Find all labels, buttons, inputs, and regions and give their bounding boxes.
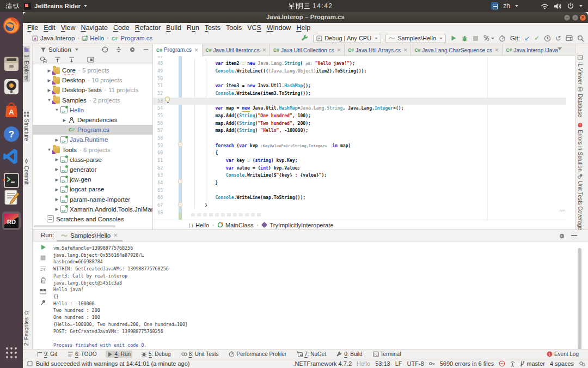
- tree-arrow-collapsed-icon[interactable]: ▶: [54, 157, 60, 162]
- nav-crumb-java-interop[interactable]: Java.Interop: [32, 35, 75, 41]
- run-console[interactable]: vm.SafeHandle=139988775768256java.lang.O…: [53, 245, 188, 349]
- tree-arrow-collapsed-icon[interactable]: ▶: [54, 187, 60, 192]
- tree-arrow-collapsed-icon[interactable]: ▶: [54, 167, 60, 172]
- tree-item-samples[interactable]: ▼Samples2 projects: [33, 95, 152, 105]
- menu-edit[interactable]: Edit: [41, 24, 58, 32]
- run-target-select[interactable]: Samples\Hello: [385, 34, 446, 43]
- fold-marker[interactable]: [178, 202, 182, 207]
- tree-item-logcat-parse[interactable]: ▶logcat-parse: [33, 184, 152, 194]
- stripe-errors-button[interactable]: Errors in Solution: [577, 121, 584, 173]
- tree-arrow-expanded-icon[interactable]: ▼: [54, 107, 60, 112]
- power-icon[interactable]: [567, 2, 574, 10]
- tab-program-cs[interactable]: C#Program.cs✕: [153, 44, 203, 56]
- framework-label[interactable]: .NETFramework 4.7.2: [293, 360, 352, 367]
- git-branch-widget[interactable]: master: [520, 360, 545, 367]
- tree-item-jcw-gen[interactable]: ▶jcw-gen: [33, 174, 152, 184]
- git-commit-button[interactable]: ✓: [534, 34, 540, 42]
- clock[interactable]: 星期三 14:42: [288, 2, 333, 10]
- menu-build[interactable]: Build: [163, 24, 184, 32]
- stripe-coverage-button[interactable]: Unit Tests Coverage: [577, 172, 584, 230]
- rerun-button[interactable]: [40, 244, 46, 250]
- code-editor[interactable]: 4748 var item2 = new Java.Lang.String( p…: [153, 56, 566, 220]
- git-history-button[interactable]: [544, 35, 551, 42]
- fold-marker[interactable]: [178, 179, 182, 184]
- tree-arrow-collapsed-icon[interactable]: ▶: [46, 68, 52, 73]
- dock-terminal-icon[interactable]: [2, 171, 21, 190]
- tree-item-hello[interactable]: ▼Hello: [33, 105, 152, 115]
- caret-position[interactable]: 53:13: [375, 360, 390, 367]
- split-console-button[interactable]: [40, 288, 46, 294]
- volume-icon[interactable]: [554, 3, 562, 10]
- menu-code[interactable]: Code: [111, 24, 132, 32]
- app-menu[interactable]: JetBrains Rider: [24, 2, 87, 10]
- stripe-explorer-button[interactable]: 1: Explorer: [23, 46, 30, 82]
- tree-item-tools[interactable]: ▼Tools6 projects: [33, 145, 152, 155]
- profiler-button[interactable]: [499, 35, 506, 42]
- indent-label[interactable]: 4 spaces: [550, 360, 574, 367]
- menu-tests[interactable]: Tests: [202, 24, 223, 32]
- tab-java-interop-ijava[interactable]: C#Java.Interop.IJava: [503, 44, 575, 56]
- tab-close-icon[interactable]: ✕: [403, 47, 408, 53]
- tree-item-core[interactable]: ▶Core5 projects: [33, 65, 152, 75]
- intention-bulb-icon[interactable]: [165, 96, 170, 101]
- menu-file[interactable]: File: [24, 24, 41, 32]
- run-settings-button[interactable]: [559, 233, 565, 239]
- tab-java-util-arrays-cs[interactable]: C#Java.Util.Arrays.cs✕: [345, 44, 411, 56]
- dock-help-icon[interactable]: ?: [2, 125, 21, 143]
- tree-item-desktop[interactable]: ▶Desktop10 projects: [33, 75, 152, 85]
- menu-tools[interactable]: Tools: [223, 24, 244, 32]
- stop-process-button[interactable]: [40, 255, 46, 261]
- menu-run[interactable]: Run: [184, 24, 202, 32]
- soft-wrap-button[interactable]: [40, 266, 46, 272]
- menu-navigate[interactable]: Navigate: [78, 24, 111, 32]
- config-label[interactable]: Hello: [357, 360, 370, 367]
- toolwindow-5-debug[interactable]: 5: Debug: [139, 351, 173, 358]
- run-button[interactable]: [450, 35, 457, 41]
- toolwindow-9-git[interactable]: 9: Git: [35, 351, 59, 358]
- build-wrench-icon[interactable]: [301, 34, 309, 42]
- stripe-favorites-button[interactable]: 2: Favorites: [23, 309, 30, 347]
- event-log-button[interactable]: 1 Event Log: [545, 351, 580, 358]
- sync-icon[interactable]: [40, 56, 47, 63]
- maximize-button[interactable]: ▫: [572, 14, 579, 21]
- file-encoding[interactable]: UTF-8: [407, 360, 424, 367]
- tree-arrow-expanded-icon[interactable]: ▼: [46, 147, 52, 152]
- run-configuration-select[interactable]: Debug | Any CPU: [313, 34, 381, 43]
- locate-file-button[interactable]: [102, 46, 108, 53]
- tab-close-icon[interactable]: ✕: [262, 47, 266, 53]
- toolwindow-4-run[interactable]: 4: Run: [106, 351, 132, 358]
- dock-rider-icon[interactable]: RD: [2, 212, 21, 230]
- dock-ubuntu-software-icon[interactable]: A: [2, 100, 21, 119]
- input-method-label[interactable]: zh: [503, 2, 510, 10]
- tree-arrow-collapsed-icon[interactable]: ▶: [46, 78, 52, 83]
- tree-arrow-collapsed-icon[interactable]: ▶: [54, 197, 60, 202]
- changes-view-button[interactable]: [566, 35, 573, 41]
- dock-firefox-icon[interactable]: [2, 16, 21, 35]
- tree-item-xamarin-android-tools-jnimarshalmethods[interactable]: ▶Xamarin.Android.Tools.JniMarshalMethods: [33, 204, 152, 214]
- git-update-button[interactable]: ↙: [524, 34, 530, 42]
- tab-close-icon[interactable]: ✕: [495, 47, 499, 53]
- tree-item-generator[interactable]: ▶generator: [33, 165, 152, 174]
- nav-crumb-hello[interactable]: c#Hello: [82, 35, 104, 41]
- toolwindow-terminal[interactable]: Terminal: [371, 351, 403, 358]
- tree-arrow-collapsed-icon[interactable]: ▶: [54, 137, 60, 142]
- project-panel-header[interactable]: Solution: [33, 44, 152, 55]
- hide-panel-button[interactable]: [143, 46, 149, 53]
- line-separator[interactable]: LF: [395, 360, 402, 367]
- memory-settings-icon[interactable]: [579, 361, 586, 367]
- menu-refactor[interactable]: Refactor: [132, 24, 163, 32]
- tree-item-dependencies[interactable]: ▶Dependencies: [33, 115, 152, 125]
- tree-item-java-runtime[interactable]: ▶Java.Runtime: [33, 135, 152, 144]
- toolwindow-performance-profiler[interactable]: Performance Profiler: [227, 351, 288, 358]
- stripe-commit-button[interactable]: Commit: [23, 157, 30, 186]
- tab-close-icon[interactable]: ✕: [194, 47, 199, 53]
- stripe-database-button[interactable]: Database: [577, 85, 584, 119]
- run-tab-close-icon[interactable]: ✕: [113, 232, 118, 238]
- dock-vscode-icon[interactable]: [2, 147, 21, 166]
- menu-vcs[interactable]: VCS: [244, 24, 264, 32]
- console-scrollbar[interactable]: [578, 248, 581, 349]
- error-count[interactable]: 5690 errors in 6 files: [440, 360, 494, 367]
- dock-files-icon[interactable]: [2, 55, 21, 73]
- fold-marker[interactable]: [178, 142, 182, 147]
- tree-item-param-name-importer[interactable]: ▶param-name-importer: [33, 194, 152, 204]
